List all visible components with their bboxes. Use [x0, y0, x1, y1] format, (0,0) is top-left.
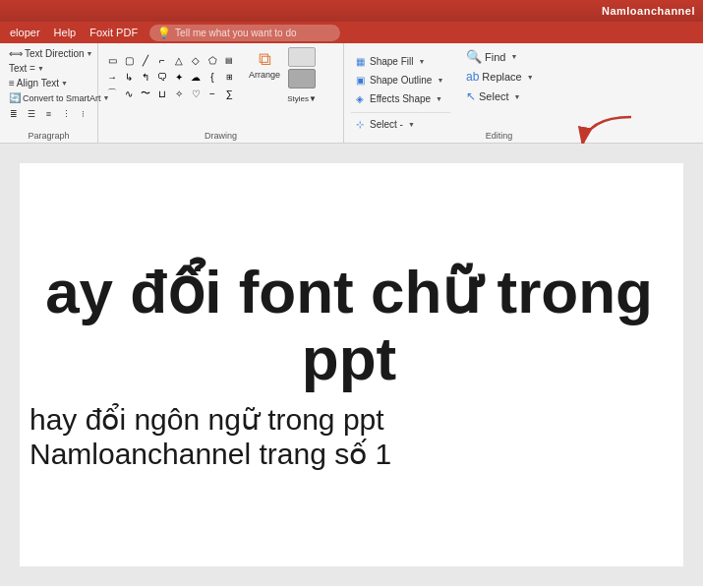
drawing-label: Drawing [98, 131, 343, 141]
select-edit-arrow: ▼ [514, 93, 521, 100]
find-btn[interactable]: 🔍 Find ▼ [463, 47, 535, 66]
shape-formula[interactable]: ∑ [221, 86, 237, 101]
text-direction-btn[interactable]: ⟺ Text Direction ▼ [6, 47, 96, 60]
shape-arc[interactable]: ⌒ [104, 86, 120, 101]
paragraph-label: Paragraph [0, 131, 97, 141]
shape-line[interactable]: ╱ [138, 52, 153, 68]
arrange-icon: ⧉ [259, 49, 271, 70]
fill-icon: ▦ [353, 54, 367, 68]
editing-section: 🔍 Find ▼ ab Replace ▼ ↖ Select ▼ Editing [457, 43, 541, 143]
find-icon: 🔍 [466, 49, 482, 64]
find-arrow: ▼ [510, 53, 517, 60]
paragraph-section: ⟺ Text Direction ▼ Text = ▼ ≡ Align Text [0, 43, 98, 143]
shape-effects-btn[interactable]: ◈ Effects Shape ▼ [350, 89, 451, 107]
para-icon-5[interactable]: ⁝ [75, 106, 91, 122]
shape-wave[interactable]: 〜 [138, 86, 153, 101]
shape-eq[interactable]: ⊔ [154, 86, 170, 101]
shape-callout[interactable]: 🗨 [154, 69, 170, 85]
shape-elbow[interactable]: ⌐ [154, 52, 170, 68]
text-equals-btn[interactable]: Text = ▼ [6, 62, 47, 75]
tell-me-box[interactable]: 💡 [149, 25, 340, 41]
arrange-label: Arrange [249, 70, 280, 80]
shape-more[interactable]: ⊞ [221, 69, 237, 85]
shape-options-section: ▦ Shape Fill ▼ ▣ Shape Outline ▼ ◈ Effec… [344, 43, 457, 143]
convert-smartart-btn[interactable]: 🔄 Convert to SmartArt ▼ [6, 91, 112, 104]
select-btn[interactable]: ⊹ Select - ▼ [350, 112, 451, 133]
shape-fill-btn[interactable]: ▦ Shape Fill ▼ [350, 52, 451, 70]
shape-pentagon[interactable]: ⬠ [205, 52, 220, 68]
para-icon-2[interactable]: ☰ [24, 106, 40, 122]
shape-star[interactable]: ✦ [171, 69, 187, 85]
arrange-button[interactable]: ⧉ Arrange [245, 47, 284, 82]
smartart-icon: 🔄 [9, 92, 21, 103]
outline-arrow: ▼ [437, 77, 443, 84]
outline-icon: ▣ [353, 73, 367, 87]
select-arrow: ▼ [408, 121, 415, 128]
shape-bracket[interactable]: { [205, 69, 220, 85]
select-edit-btn[interactable]: ↖ Select ▼ [463, 88, 535, 105]
editing-label: Editing [457, 131, 541, 141]
menu-developer[interactable]: eloper [4, 25, 46, 40]
shape-diamond[interactable]: ◇ [188, 52, 204, 68]
top-bar-title: Namloanchannel [602, 5, 695, 17]
shape-rect[interactable]: ▭ [104, 52, 120, 68]
lightbulb-icon: 💡 [157, 27, 171, 39]
text-equals-arrow: ▼ [37, 65, 44, 72]
menu-help[interactable]: Help [48, 25, 83, 40]
slide-subtitle2: Namloanchannel trang số 1 [25, 437, 674, 471]
shape-curve[interactable]: ∿ [121, 86, 137, 101]
slide-area: ay đổi font chữ trong ppt hay đổi ngôn n… [20, 163, 683, 566]
replace-btn[interactable]: ab Replace ▼ [463, 68, 535, 86]
para-icon-1[interactable]: ≣ [6, 106, 23, 122]
effects-arrow: ▼ [436, 95, 442, 102]
para-icon-4[interactable]: ⋮ [58, 106, 75, 122]
text-direction-arrow: ▼ [87, 50, 93, 57]
menu-foxit[interactable]: Foxit PDF [84, 25, 144, 40]
drawing-section: ▭ ▢ ╱ ⌐ △ ◇ ⬠ ▤ → ↳ ↰ [98, 43, 344, 143]
select-edit-icon: ↖ [466, 89, 476, 103]
shape-outline-btn[interactable]: ▣ Shape Outline ▼ [350, 71, 451, 88]
align-text-icon: ≡ [9, 78, 15, 88]
shape-heart[interactable]: ♡ [188, 86, 204, 101]
shape-arrow-right[interactable]: → [104, 69, 120, 85]
shape-triangle[interactable]: △ [171, 52, 187, 68]
shape-star4[interactable]: ✧ [171, 86, 187, 101]
quick-style-2[interactable] [288, 69, 316, 88]
quick-style-1[interactable] [288, 47, 316, 67]
shape-arrow-bent[interactable]: ↳ [121, 69, 137, 85]
replace-icon: ab [466, 70, 479, 84]
shape-minus[interactable]: − [205, 86, 220, 101]
shape-rounded-rect[interactable]: ▢ [121, 52, 137, 68]
slide-title: ay đổi font chữ trong ppt [25, 259, 674, 392]
shape-arrow-curved[interactable]: ↰ [138, 69, 153, 85]
shape-expand[interactable]: ▤ [221, 52, 237, 68]
select-icon: ⊹ [353, 117, 367, 131]
main-content: ay đổi font chữ trong ppt hay đổi ngôn n… [0, 144, 703, 586]
align-text-btn[interactable]: ≡ Align Text ▼ [6, 77, 71, 89]
para-icon-3[interactable]: ≡ [40, 106, 57, 122]
tell-me-input[interactable] [175, 28, 332, 38]
align-text-arrow: ▼ [61, 80, 68, 87]
quick-styles-label[interactable]: Styles▼ [288, 90, 316, 106]
effects-icon: ◈ [353, 91, 367, 105]
replace-arrow: ▼ [527, 74, 534, 81]
shape-cloud[interactable]: ☁ [188, 69, 204, 85]
slide-subtitle1: hay đổi ngôn ngữ trong ppt [25, 402, 674, 437]
fill-arrow: ▼ [418, 58, 425, 65]
text-direction-icon: ⟺ [9, 48, 23, 59]
